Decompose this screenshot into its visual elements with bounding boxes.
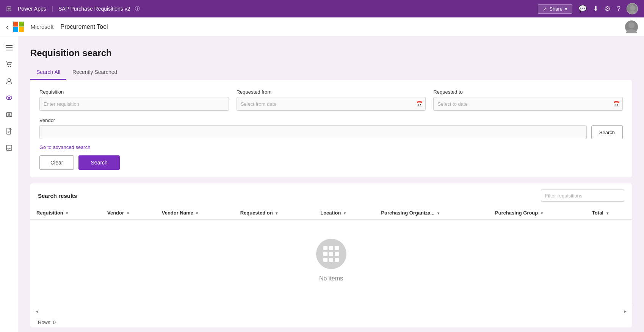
- svg-rect-4: [6, 45, 13, 46]
- svg-point-2: [628, 22, 635, 28]
- info-icon[interactable]: ⓘ: [135, 5, 140, 12]
- share-button[interactable]: ↗ Share ▾: [538, 4, 572, 14]
- scroll-right-button[interactable]: ▸: [622, 307, 629, 315]
- tabs: Search All Recently Searched: [30, 66, 632, 80]
- filter-input[interactable]: [541, 189, 624, 202]
- tab-recently-searched[interactable]: Recently Searched: [66, 66, 123, 80]
- results-panel: Search results Requisition ▾ Vendor: [30, 183, 632, 327]
- nav-avatar[interactable]: [625, 20, 638, 33]
- col-purchasing-org[interactable]: Purchasing Organiza... ▾: [375, 206, 489, 220]
- requisition-input[interactable]: [39, 97, 229, 111]
- table-header-row: Requisition ▾ Vendor ▾ Vendor Name ▾: [30, 206, 632, 220]
- table-head: Requisition ▾ Vendor ▾ Vendor Name ▾: [30, 206, 632, 220]
- page-title: Requisition search: [30, 48, 632, 58]
- col-requisition[interactable]: Requisition ▾: [30, 206, 101, 220]
- top-bar: ⊞ Power Apps | SAP Purchase Requisitions…: [0, 0, 644, 17]
- empty-state: No items: [30, 220, 632, 305]
- share-icon: ↗: [543, 6, 547, 12]
- sort-purchasing-org-icon: ▾: [437, 211, 439, 215]
- col-vendor-name[interactable]: Vendor Name ▾: [156, 206, 234, 220]
- empty-icon-circle: [316, 239, 346, 269]
- tab-search-all[interactable]: Search All: [30, 66, 66, 80]
- svg-point-9: [8, 79, 10, 81]
- svg-point-11: [8, 97, 10, 99]
- scroll-row: ◂ ▸: [30, 305, 632, 317]
- help-icon[interactable]: ?: [617, 5, 620, 13]
- empty-grid-icon: [323, 246, 339, 262]
- sidebar-inbox-icon[interactable]: [2, 141, 16, 155]
- search-button[interactable]: Search: [78, 155, 119, 170]
- svg-point-7: [8, 66, 9, 67]
- top-bar-separator: |: [52, 5, 53, 12]
- svg-point-13: [8, 113, 10, 115]
- svg-rect-17: [6, 145, 12, 150]
- back-button[interactable]: ‹: [6, 22, 9, 31]
- layout: Requisition search Search All Recently S…: [0, 36, 644, 332]
- action-buttons: Clear Search: [39, 155, 623, 170]
- vendor-search-button[interactable]: Search: [591, 125, 623, 139]
- sidebar-document-icon[interactable]: [2, 124, 16, 138]
- requested-to-wrap: 📅: [433, 97, 623, 111]
- share-label: Share: [549, 6, 563, 12]
- sidebar-cart-icon[interactable]: [2, 58, 16, 71]
- vendor-row: Vendor 3000 Search: [39, 117, 623, 139]
- col-vendor[interactable]: Vendor ▾: [101, 206, 156, 220]
- scroll-left-button[interactable]: ◂: [33, 307, 41, 315]
- vendor-group: Vendor 3000: [39, 117, 587, 139]
- calendar-from-icon[interactable]: 📅: [416, 101, 423, 107]
- company-name: Microsoft: [31, 23, 54, 30]
- gear-icon[interactable]: ⚙: [605, 5, 611, 13]
- svg-rect-6: [6, 50, 13, 50]
- share-chevron: ▾: [565, 6, 567, 12]
- sort-vendor-icon: ▾: [127, 211, 129, 215]
- svg-point-0: [630, 5, 635, 11]
- nav-bar: ‹ Microsoft Procurement Tool: [0, 17, 644, 36]
- vendor-input[interactable]: 3000: [39, 125, 587, 139]
- sort-requested-on-icon: ▾: [276, 211, 277, 215]
- requested-from-label: Requested from: [237, 89, 426, 95]
- empty-text: No items: [319, 275, 343, 282]
- svg-rect-5: [6, 47, 13, 48]
- requested-to-input[interactable]: [433, 97, 623, 111]
- main-content: Requisition search Search All Recently S…: [18, 36, 644, 332]
- requested-to-group: Requested to 📅: [433, 89, 623, 111]
- col-location[interactable]: Location ▾: [314, 206, 375, 220]
- app-title: Procurement Tool: [61, 23, 108, 30]
- sidebar-menu-icon[interactable]: [2, 41, 16, 55]
- requisition-label: Requisition: [39, 89, 229, 95]
- download-icon[interactable]: ⬇: [593, 5, 599, 13]
- calendar-to-icon[interactable]: 📅: [613, 101, 620, 107]
- grid-icon[interactable]: ⊞: [6, 5, 12, 13]
- chat-icon[interactable]: 💬: [578, 5, 587, 13]
- requested-from-group: Requested from 📅: [237, 89, 426, 111]
- avatar[interactable]: [627, 3, 638, 14]
- col-requested-on[interactable]: Requested on ▾: [234, 206, 315, 220]
- nav-avatar-area: [625, 20, 638, 33]
- first-form-row: Requisition Requested from 📅 Requested t…: [39, 89, 623, 111]
- top-bar-app-name: Power Apps: [18, 6, 46, 12]
- search-panel: Requisition Requested from 📅 Requested t…: [30, 80, 632, 177]
- vendor-label: Vendor: [39, 117, 587, 123]
- microsoft-logo: [13, 22, 24, 32]
- col-purchasing-group[interactable]: Purchasing Group ▾: [489, 206, 586, 220]
- col-total[interactable]: Total ▾: [586, 206, 632, 220]
- requested-from-wrap: 📅: [237, 97, 426, 111]
- requested-from-input[interactable]: [237, 97, 426, 111]
- advanced-search-link[interactable]: Go to advanced search: [39, 144, 90, 150]
- rows-count: Rows: 0: [30, 317, 632, 327]
- sidebar-contacts-icon[interactable]: [2, 74, 16, 88]
- clear-button[interactable]: Clear: [39, 155, 74, 170]
- sidebar: [0, 36, 18, 332]
- sort-location-icon: ▾: [344, 211, 346, 215]
- results-table: Requisition ▾ Vendor ▾ Vendor Name ▾: [30, 206, 632, 220]
- table-wrap: Requisition ▾ Vendor ▾ Vendor Name ▾: [30, 206, 632, 305]
- sort-requisition-icon: ▾: [66, 211, 68, 215]
- sort-vendor-name-icon: ▾: [196, 211, 198, 215]
- sort-total-icon: ▾: [606, 211, 608, 215]
- sidebar-eye-icon[interactable]: [2, 91, 16, 105]
- svg-point-8: [10, 66, 11, 67]
- svg-point-1: [628, 11, 637, 14]
- requisition-group: Requisition: [39, 89, 229, 111]
- sidebar-badge-icon[interactable]: [2, 108, 16, 121]
- svg-point-3: [626, 29, 637, 33]
